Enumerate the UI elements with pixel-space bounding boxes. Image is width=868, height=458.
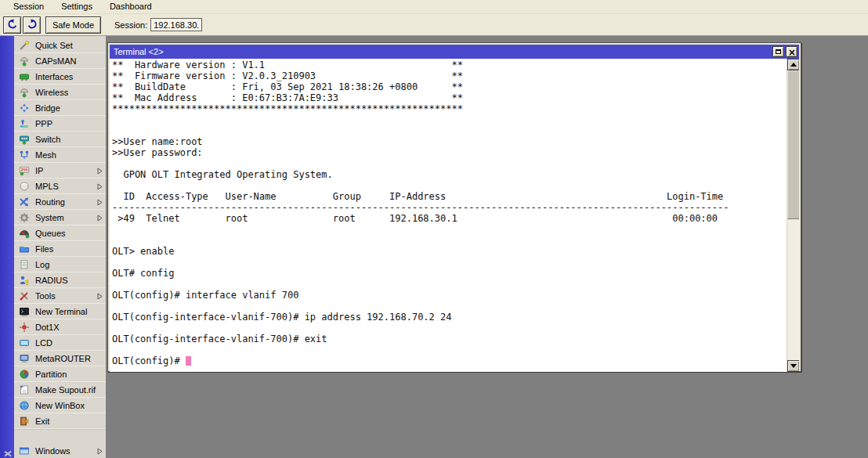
antenna-icon bbox=[19, 87, 30, 98]
maximize-icon bbox=[776, 49, 781, 54]
sidebar-item-mpls[interactable]: MPLS bbox=[14, 179, 106, 194]
sidebar-item-bridge[interactable]: Bridge bbox=[14, 100, 106, 116]
sidebar-item-label: Files bbox=[35, 244, 103, 254]
terminal-icon bbox=[19, 306, 30, 317]
undo-arrow-icon bbox=[6, 19, 19, 31]
close-icon bbox=[789, 45, 795, 59]
sidebar-item-exit[interactable]: Exit bbox=[14, 413, 106, 429]
sidebar-item-label: Partition bbox=[35, 370, 103, 379]
redo-arrow-icon bbox=[26, 19, 38, 31]
svg-text:255: 255 bbox=[20, 168, 27, 172]
sidebar-item-ip[interactable]: 255IP bbox=[14, 163, 106, 179]
sidebar-item-label: Dot1X bbox=[35, 323, 103, 332]
sidebar-item-label: MPLS bbox=[35, 182, 97, 191]
scroll-up-icon bbox=[790, 63, 797, 67]
sidebar-item-label: PPP bbox=[35, 119, 103, 128]
sidebar-item-mesh[interactable]: Mesh bbox=[14, 147, 106, 163]
sidebar-item-label: Mesh bbox=[35, 150, 103, 160]
main-toolbar: Safe Mode Session: bbox=[0, 14, 868, 36]
partition-icon bbox=[19, 369, 30, 380]
sidebar-item-log[interactable]: Log bbox=[14, 257, 106, 272]
sidebar-item-label: LCD bbox=[35, 338, 103, 348]
antenna-icon bbox=[19, 56, 30, 67]
supout-icon bbox=[19, 384, 30, 395]
quickset-icon bbox=[19, 40, 30, 51]
sidebar-item-partition[interactable]: Partition bbox=[14, 366, 106, 382]
sidebar-item-new-terminal[interactable]: New Terminal bbox=[14, 304, 106, 319]
terminal-content-area[interactable]: ** Hardware version : V1.1 ** ** Firmwar… bbox=[110, 59, 799, 372]
submenu-arrow-icon bbox=[97, 292, 103, 299]
menu-dashboard[interactable]: Dashboard bbox=[101, 1, 161, 13]
sidebar-item-wireless[interactable]: Wireless bbox=[14, 85, 106, 100]
safe-mode-button[interactable]: Safe Mode bbox=[45, 16, 101, 34]
metarouter-icon bbox=[19, 353, 30, 364]
terminal-output[interactable]: ** Hardware version : V1.1 ** ** Firmwar… bbox=[110, 59, 799, 366]
tools-icon bbox=[19, 290, 30, 301]
submenu-arrow-icon bbox=[97, 182, 103, 189]
session-address-input[interactable] bbox=[150, 18, 202, 31]
routing-icon bbox=[19, 197, 30, 207]
sidebar-item-interfaces[interactable]: Interfaces bbox=[14, 69, 106, 85]
sidebar-item-label: Bridge bbox=[35, 103, 103, 113]
close-button[interactable] bbox=[786, 46, 797, 57]
menu-bar: SessionSettingsDashboard bbox=[0, 0, 868, 14]
sidebar-item-label: Make Supout.rif bbox=[35, 385, 103, 395]
sidebar-item-label: New Terminal bbox=[35, 307, 103, 316]
sidebar-item-label: Wireless bbox=[35, 88, 103, 97]
interfaces-icon bbox=[19, 71, 30, 82]
sidebar-item-metarouter[interactable]: MetaROUTER bbox=[14, 351, 106, 366]
sidebar-item-label: Exit bbox=[35, 417, 103, 426]
sidebar-item-windows[interactable]: Windows bbox=[14, 443, 106, 458]
submenu-arrow-icon bbox=[97, 167, 103, 174]
terminal-titlebar[interactable]: Terminal <2> bbox=[110, 45, 799, 59]
sidebar-item-make-supout-rif[interactable]: Make Supout.rif bbox=[14, 382, 106, 398]
sidebar-item-radius[interactable]: RADIUS bbox=[14, 272, 106, 288]
sidebar-item-label: Routing bbox=[35, 197, 97, 207]
submenu-arrow-icon bbox=[97, 447, 103, 454]
sidebar-item-files[interactable]: Files bbox=[14, 241, 106, 257]
redo-button[interactable] bbox=[23, 16, 41, 34]
sidebar-item-label: IP bbox=[35, 166, 97, 175]
scrollbar-thumb[interactable] bbox=[787, 70, 799, 219]
scroll-up-button[interactable] bbox=[787, 59, 799, 70]
sidebar-menu: Quick SetCAPsMANInterfacesWirelessBridge… bbox=[14, 36, 106, 458]
lcd-icon bbox=[19, 337, 30, 348]
switch-icon bbox=[19, 134, 30, 145]
sidebar-item-capsman[interactable]: CAPsMAN bbox=[14, 53, 106, 69]
exit-icon bbox=[19, 416, 30, 427]
sidebar-item-dot1x[interactable]: Dot1X bbox=[14, 319, 106, 335]
sidebar-item-label: Windows bbox=[35, 446, 97, 456]
sidebar-item-label: RADIUS bbox=[35, 276, 103, 285]
terminal-window-title: Terminal <2> bbox=[114, 47, 164, 56]
sidebar-item-label: Log bbox=[35, 260, 103, 269]
ppp-icon bbox=[19, 118, 30, 129]
scroll-down-button[interactable] bbox=[787, 360, 799, 372]
mesh-icon bbox=[19, 150, 30, 160]
terminal-cursor bbox=[186, 356, 191, 366]
undo-button[interactable] bbox=[3, 16, 21, 34]
sidebar-item-label: System bbox=[35, 213, 97, 222]
sidebar-item-lcd[interactable]: LCD bbox=[14, 335, 106, 351]
sidebar-item-switch[interactable]: Switch bbox=[14, 132, 106, 147]
menu-settings[interactable]: Settings bbox=[52, 1, 101, 13]
sidebar-item-queues[interactable]: Queues bbox=[14, 225, 106, 241]
terminal-window: Terminal <2> ** Hardware version : V1.1 … bbox=[107, 42, 801, 372]
sidebar-item-label: Queues bbox=[35, 229, 103, 238]
sidebar-item-new-winbox[interactable]: New WinBox bbox=[14, 398, 106, 413]
system-icon bbox=[19, 212, 30, 223]
sidebar-item-quick-set[interactable]: Quick Set bbox=[14, 38, 106, 53]
log-icon bbox=[19, 259, 30, 270]
maximize-button[interactable] bbox=[772, 46, 784, 57]
sidebar-item-tools[interactable]: Tools bbox=[14, 288, 106, 304]
bridge-icon bbox=[19, 103, 30, 114]
sidebar-item-label: CAPsMAN bbox=[35, 56, 103, 66]
ip-icon: 255 bbox=[19, 165, 30, 176]
sidebar-item-system[interactable]: System bbox=[14, 210, 106, 225]
menu-session[interactable]: Session bbox=[5, 1, 52, 13]
session-label: Session: bbox=[114, 20, 147, 30]
terminal-scrollbar[interactable] bbox=[787, 59, 799, 372]
sidebar-item-routing[interactable]: Routing bbox=[14, 194, 106, 210]
sidebar-item-ppp[interactable]: PPP bbox=[14, 116, 106, 132]
sidebar-item-label: Interfaces bbox=[35, 72, 103, 81]
sidebar-item-label: Tools bbox=[35, 291, 97, 301]
